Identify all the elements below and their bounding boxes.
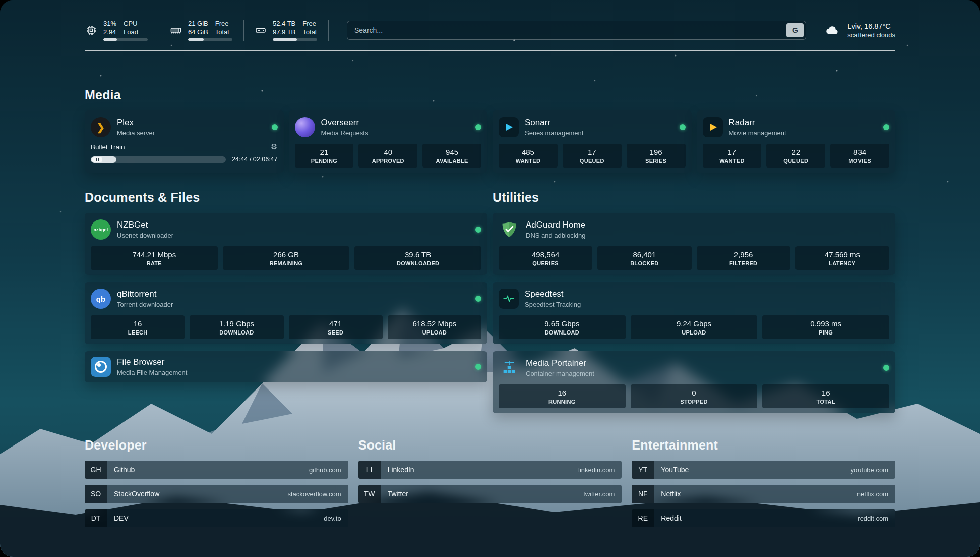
stat-available: 945 AVAILABLE [422,144,481,168]
filebrowser-app-tile[interactable]: File Browser Media File Management [91,355,481,378]
ram-free: 21 GiB [188,20,208,28]
portainer-icon [499,357,520,378]
bookmarks-row: Developer GH Github github.com SO StackO… [85,437,895,527]
portainer-app-tile[interactable]: Media Portainer Container management [499,356,889,379]
stat-wanted: 17 WANTED [703,144,762,168]
twitter-badge: TW [358,485,381,503]
bookmark-youtube[interactable]: YT YouTube youtube.com [632,461,895,479]
overseerr-subtitle: Media Requests [321,129,369,137]
bookmark-twitter[interactable]: TW Twitter twitter.com [358,485,622,503]
cpu-icon [85,24,98,37]
weather-location: Lviv, 16.87°C [847,22,895,30]
disk-free: 52.4 TB [273,20,295,28]
weather-widget: Lviv, 16.87°C scattered clouds [823,22,895,39]
cpu-percent: 31% [103,20,116,28]
qbittorrent-card: qb qBittorrent Torrent downloader 16 LEE… [85,282,487,344]
youtube-badge: YT [632,461,654,479]
nzbget-app-tile[interactable]: nzbget NZBGet Usenet downloader [91,218,481,241]
qbittorrent-status-dot [475,296,481,302]
stat-queries: 498,564 QUERIES [499,246,592,270]
stat-stopped: 0 STOPPED [631,384,758,408]
nzbget-icon: nzbget [91,219,111,240]
search-engine-button[interactable]: G [786,23,804,37]
filebrowser-subtitle: Media File Management [117,369,187,376]
cloud-icon [823,23,841,38]
speedtest-card: Speedtest Speedtest Tracking 9.65 Gbps D… [493,282,895,344]
stat-queued: 17 QUEUED [563,144,622,168]
bookmark-linkedin[interactable]: LI LinkedIn linkedin.com [358,461,622,479]
disk-progress-bar [273,38,317,41]
ram-metric: 21 GiB 64 GiB Free Total [169,20,244,41]
overseerr-app-tile[interactable]: Overseerr Media Requests [295,116,482,139]
disk-progress-fill [273,38,297,41]
qbittorrent-app-tile[interactable]: qb qBittorrent Torrent downloader [91,287,481,310]
weather-condition: scattered clouds [847,31,895,39]
dashboard-screen: 31% 2.94 CPU Load [0,0,980,557]
stat-total: 16 TOTAL [762,384,889,408]
disk-metric: 52.4 TB 97.9 TB Free Total [254,20,329,41]
portainer-card: Media Portainer Container management 16 … [493,351,895,413]
sonarr-stats: 485 WANTED 17 QUEUED 196 SERIES [499,144,686,168]
pause-icon[interactable] [92,157,102,162]
speedtest-app-tile[interactable]: Speedtest Speedtest Tracking [499,287,889,310]
adguard-name: AdGuard Home [526,220,586,230]
filebrowser-name: File Browser [117,357,187,367]
ram-label-top: Free [215,20,229,28]
plex-card: ❯ Plex Media server Bullet Train ⚙ [85,110,284,173]
portainer-name: Media Portainer [526,358,594,368]
stat-movies: 834 MOVIES [830,144,889,168]
section-utilities: Utilities [493,190,895,413]
speedtest-icon [499,289,519,309]
radarr-app-tile[interactable]: Radarr Movie management [703,116,890,139]
stat-series: 196 SERIES [627,144,686,168]
stat-filtered: 2,956 FILTERED [697,246,790,270]
bookmark-dev[interactable]: DT DEV dev.to [85,509,348,527]
bookmark-github[interactable]: GH Github github.com [85,461,348,479]
disk-label-top: Free [302,20,316,28]
radarr-subtitle: Movie management [729,129,786,137]
qbittorrent-icon: qb [91,289,111,309]
cpu-load: 2.94 [103,28,116,37]
nzbget-stats: 744.21 Mbps RATE 266 GB REMAINING 39.6 T… [91,246,481,270]
cpu-progress-bar [103,38,148,41]
section-documents: Documents & Files nzbget NZBGet Usenet d… [85,190,487,382]
sonarr-card: Sonarr Series management 485 WANTED 17 Q… [493,110,692,173]
speedtest-subtitle: Speedtest Tracking [525,301,581,308]
overseerr-status-dot [475,124,481,130]
radarr-stats: 17 WANTED 22 QUEUED 834 MOVIES [703,144,890,168]
bookmark-reddit[interactable]: RE Reddit reddit.com [632,509,895,527]
nzbget-name: NZBGet [117,220,173,230]
plex-app-tile[interactable]: ❯ Plex Media server [91,116,278,139]
qbittorrent-stats: 16 LEECH 1.19 Gbps DOWNLOAD 471 SEED [91,315,481,339]
stat-ping: 0.993 ms PING [762,315,889,339]
plex-name: Plex [117,118,155,128]
netflix-badge: NF [632,485,654,503]
ram-label-bottom: Total [215,28,229,37]
radarr-icon [703,117,723,137]
dev-badge: DT [85,509,107,527]
portainer-status-dot [883,365,889,371]
topbar-divider [85,50,895,51]
plex-icon: ❯ [91,117,111,137]
stat-remaining: 266 GB REMAINING [223,246,350,270]
plex-now-playing-title: Bullet Train [91,143,125,151]
search-input[interactable] [347,21,806,40]
stat-download: 1.19 Gbps DOWNLOAD [190,315,283,339]
plex-playback-progress [91,156,226,163]
github-badge: GH [85,461,107,479]
bookmark-stackoverflow[interactable]: SO StackOverflow stackoverflow.com [85,485,348,503]
sonarr-app-tile[interactable]: Sonarr Series management [499,116,686,139]
speedtest-stats: 9.65 Gbps DOWNLOAD 9.24 Gbps UPLOAD 0.99… [499,315,889,339]
gear-icon[interactable]: ⚙ [271,142,277,151]
linkedin-badge: LI [358,461,381,479]
sonarr-status-dot [680,124,686,130]
nzbget-card: nzbget NZBGet Usenet downloader 744.21 M… [85,213,487,275]
adguard-app-tile[interactable]: AdGuard Home DNS and adblocking [499,218,889,241]
disk-total: 97.9 TB [273,28,295,37]
overseerr-name: Overseerr [321,118,369,128]
bookmark-netflix[interactable]: NF Netflix netflix.com [632,485,895,503]
disk-label-bottom: Total [302,28,316,37]
stat-blocked: 86,401 BLOCKED [597,246,691,270]
section-entertainment: Entertainment YT YouTube youtube.com NF … [632,437,895,527]
filebrowser-icon [91,357,111,377]
